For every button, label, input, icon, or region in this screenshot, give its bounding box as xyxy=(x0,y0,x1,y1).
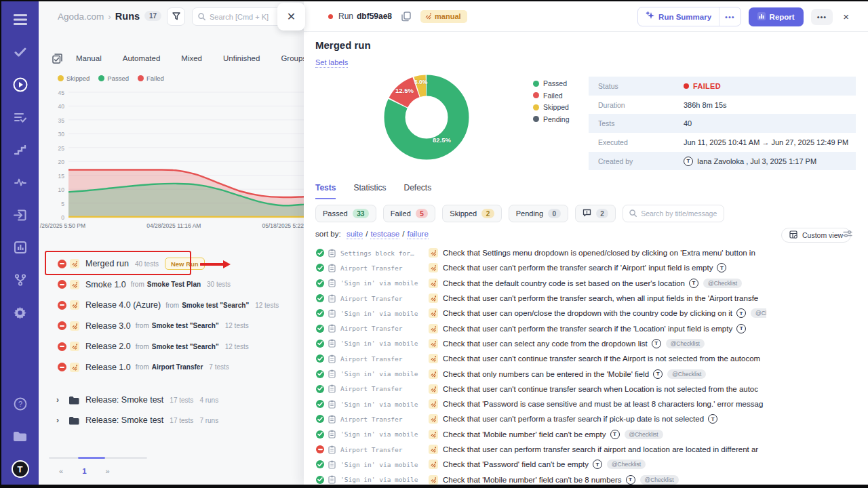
detail-close-button[interactable]: × xyxy=(840,8,852,25)
test-row[interactable]: Airport Transfer Check that user can't p… xyxy=(304,411,766,426)
view-settings-icon[interactable] xyxy=(843,230,852,238)
tab-statistics[interactable]: Statistics xyxy=(353,183,386,199)
sort-by-failure[interactable]: failure xyxy=(407,230,428,239)
tab-automated[interactable]: Automated xyxy=(123,54,161,62)
report-button[interactable]: Report xyxy=(749,7,804,26)
checklist-badge: @Checklist xyxy=(666,339,705,348)
copy-icon[interactable] xyxy=(401,12,411,22)
filter-failed[interactable]: Failed5 xyxy=(383,205,436,222)
info-label: Created by xyxy=(589,157,684,165)
runs-play-icon[interactable] xyxy=(12,76,29,94)
run-row[interactable]: Merged run 40 tests New Run xyxy=(39,253,304,274)
reports-chart-icon[interactable] xyxy=(12,239,29,256)
test-row[interactable]: Airport Transfer Check that user can't p… xyxy=(304,321,766,336)
test-row[interactable]: Airport Transfer Check that user can't p… xyxy=(304,260,766,275)
tab-groups[interactable]: Groups xyxy=(281,54,307,62)
horizontal-scrollbar[interactable] xyxy=(49,457,147,459)
tests-search-input[interactable] xyxy=(641,209,722,218)
run-name: Release 4.0 (Azure) xyxy=(85,300,161,310)
chart-x-axis: /26/2025 5:50 PM04/28/2025 11:16 AM05/18… xyxy=(39,222,304,229)
run-row[interactable]: Release 4.0 (Azure) from Smoke test "Sea… xyxy=(39,295,304,316)
tests-search[interactable] xyxy=(623,205,724,222)
test-row[interactable]: 'Sign in' via mobile Check that 'Mobile … xyxy=(304,427,766,442)
prev-page-button[interactable]: « xyxy=(55,465,67,477)
sort-by-suite[interactable]: suite xyxy=(347,230,363,239)
run-summary-more-button[interactable]: ••• xyxy=(719,7,741,26)
test-row[interactable]: Airport Transfer Check that user can't c… xyxy=(304,351,766,366)
import-box-icon[interactable] xyxy=(12,206,29,224)
filter-passed[interactable]: Passed33 xyxy=(315,205,376,222)
panel-close-button[interactable]: ✕ xyxy=(277,3,305,30)
tab-defects[interactable]: Defects xyxy=(403,183,431,199)
custom-view-button[interactable]: Custom view xyxy=(781,228,851,243)
run-plan-name: Airport Transfer xyxy=(152,363,203,371)
assignee-avatar: T xyxy=(736,308,746,318)
test-row[interactable]: 'Sign in' via mobile Check that 'Passwor… xyxy=(304,457,766,472)
test-row[interactable]: 'Sign in' via mobile Check that user can… xyxy=(304,336,766,351)
runs-search-input[interactable] xyxy=(210,13,284,21)
filter-skipped[interactable]: Skipped2 xyxy=(442,205,501,222)
review-list-icon[interactable] xyxy=(12,108,29,126)
activity-pulse-icon[interactable] xyxy=(12,174,29,191)
test-list: Settings block for… Check that Settings … xyxy=(304,245,766,485)
tab-unfinished[interactable]: Unfinished xyxy=(223,54,260,62)
help-icon[interactable]: ? xyxy=(12,395,29,413)
testcase-icon xyxy=(328,445,336,454)
run-row[interactable]: Release 3.0 from Smoke test "Search" 12 … xyxy=(39,316,304,337)
skipped-dot xyxy=(533,104,539,110)
test-title: Check that user can select any code from… xyxy=(443,340,648,348)
test-row[interactable]: 'Sign in' via mobile Check that 'Mobile … xyxy=(304,472,766,485)
select-all-icon[interactable] xyxy=(52,54,62,64)
chevron-right-icon[interactable]: › xyxy=(56,395,66,405)
milestones-steps-icon[interactable] xyxy=(12,141,29,159)
next-page-button[interactable]: » xyxy=(102,465,114,477)
comments-filter[interactable]: 2 xyxy=(575,205,616,222)
integrations-branch-icon[interactable] xyxy=(12,271,29,289)
run-name: Release 1.0 xyxy=(85,363,131,372)
test-row[interactable]: Airport Transfer Check that user can't p… xyxy=(304,291,766,306)
settings-gear-icon[interactable] xyxy=(12,304,29,321)
run-summary-button[interactable]: Run Summary ••• xyxy=(637,7,741,26)
test-status-icon xyxy=(316,415,324,423)
sort-by-testcase[interactable]: testcase xyxy=(370,230,399,239)
tab-manual[interactable]: Manual xyxy=(76,54,102,62)
menu-icon[interactable] xyxy=(12,11,29,28)
test-row[interactable]: 'Sign in' via mobile Check that user can… xyxy=(304,306,766,321)
run-row[interactable]: Release 2.0 from Smoke test "Search" 12 … xyxy=(39,336,304,357)
tab-mixed[interactable]: Mixed xyxy=(181,54,202,62)
projects-folder-icon[interactable] xyxy=(12,428,29,445)
folder-row[interactable]: › Release: Smoke test 17 tests 4 runs xyxy=(39,390,304,410)
scrollbar-thumb[interactable] xyxy=(78,457,105,459)
testcase-icon xyxy=(328,339,336,348)
testcases-check-icon[interactable] xyxy=(12,43,29,61)
more-actions-button[interactable]: ••• xyxy=(811,9,833,25)
filter-pending[interactable]: Pending0 xyxy=(509,205,568,222)
suite-name: Airport Transfer xyxy=(340,295,427,302)
chevron-right-icon[interactable]: › xyxy=(56,415,66,425)
testcase-icon xyxy=(328,279,336,287)
run-row[interactable]: Release 1.0 from Airport Transfer 7 test… xyxy=(39,357,304,378)
test-row[interactable]: Airport Transfer Check that user can't c… xyxy=(304,382,766,396)
folder-row[interactable]: › Release: Smoke test 17 tests 7 runs xyxy=(39,410,304,430)
test-row[interactable]: 'Sign in' via mobile Check that the defa… xyxy=(304,276,766,291)
info-label: Tests xyxy=(589,119,684,127)
passed-dot xyxy=(98,75,104,81)
tab-tests[interactable]: Tests xyxy=(315,183,336,199)
current-page[interactable]: 1 xyxy=(78,465,90,477)
run-plan-name: Smoke test "Search" xyxy=(152,322,219,329)
run-row[interactable]: Smoke 1.0 from Smoke Test Plan 30 tests xyxy=(39,274,304,296)
filter-button[interactable] xyxy=(167,7,185,26)
user-avatar[interactable]: T xyxy=(12,460,29,478)
breadcrumb: Agoda.com›Runs17 xyxy=(58,11,161,22)
breadcrumb-project[interactable]: Agoda.com xyxy=(58,12,104,22)
test-row[interactable]: 'Sign in' via mobile Check that 'Passwor… xyxy=(304,396,766,411)
set-labels-link[interactable]: Set labels xyxy=(315,58,348,68)
assignee-avatar: T xyxy=(610,430,620,439)
y-tick-label: 30 xyxy=(58,131,64,137)
duration-value: 386h 8m 15s xyxy=(684,101,727,109)
test-row[interactable]: Airport Transfer Check that user can per… xyxy=(304,442,766,457)
test-row[interactable]: Settings block for… Check that Settings … xyxy=(304,245,766,260)
suite-name: 'Sign in' via mobile xyxy=(340,310,427,317)
test-row[interactable]: 'Sign in' via mobile Check that only num… xyxy=(304,366,766,381)
sidebar: ? T xyxy=(1,1,39,485)
